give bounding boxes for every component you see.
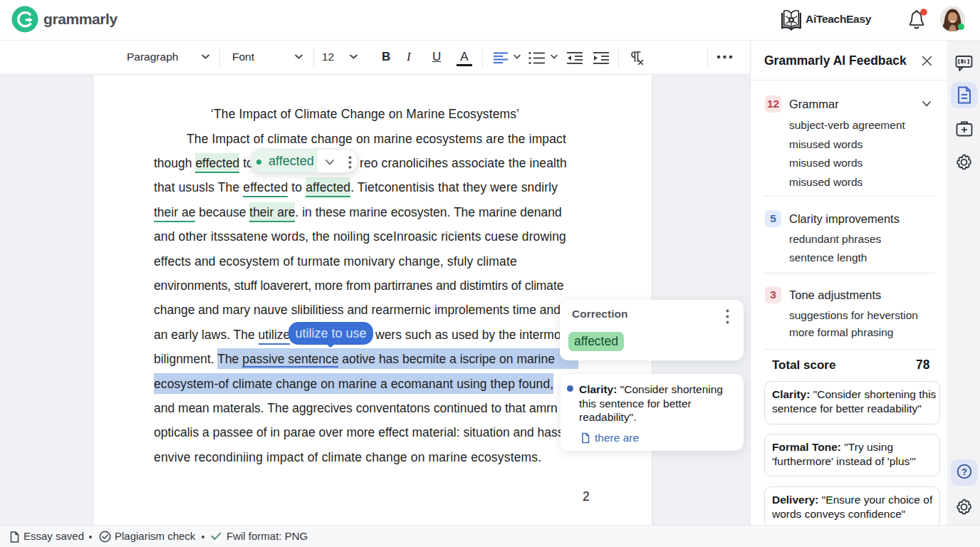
- svg-text:?: ?: [961, 467, 967, 477]
